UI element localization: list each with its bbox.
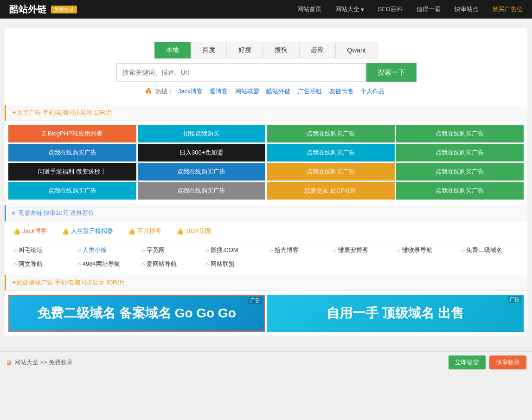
diamond-icon: ◇ xyxy=(13,247,17,253)
main-content: 本地 百度 好搜 搜狗 必应 Qwant 搜索一下 🔥 热搜： Jack博客 爱… xyxy=(5,28,527,336)
ad-grid: Z-BlogPHP轻应用列表招租点我购买点我在线购买广告点我在线购买广告点我在线… xyxy=(5,121,527,203)
link-anchor-7[interactable]: 免费二级域名 xyxy=(466,246,502,254)
footer-bar: 🖥 网站大全 >> 免费收录 立即提交 快审收录 xyxy=(0,351,532,373)
tab-bing[interactable]: 必应 xyxy=(299,42,335,58)
link-item-0: ◇叫毛论坛 xyxy=(10,244,74,256)
featured-link-anchor-1[interactable]: 人生重开模拟器 xyxy=(71,227,113,235)
link-anchor-3[interactable]: 影搜.COM xyxy=(211,246,238,254)
featured-link-anchor-3[interactable]: 1024乐园 xyxy=(186,227,211,235)
ad-cell-2[interactable]: 点我在线购买广告 xyxy=(267,125,395,142)
featured-link-anchor-0[interactable]: Jack博客 xyxy=(22,227,47,235)
site-logo: 酷站外链 xyxy=(9,3,46,16)
ad-cell-9[interactable]: 点我在线购买广告 xyxy=(138,163,266,181)
link-item-10: ◇爱网站导航 xyxy=(138,258,202,270)
diamond-icon: ◇ xyxy=(397,247,400,253)
nav-quickaudit[interactable]: 快审站点 xyxy=(455,5,479,13)
hot-link-6[interactable]: 个人作品 xyxy=(360,88,385,95)
thumb-icon: 👍 xyxy=(13,228,20,235)
hot-link-2[interactable]: 网站联盟 xyxy=(235,88,259,95)
link-item-6: ◇雏收录导航 xyxy=(394,244,458,256)
monitor-icon: 🖥 xyxy=(6,359,12,366)
header: 酷站外链 免费收录 网站首页 网站大全 ▾ SEO百科 值得一看 快审站点 购买… xyxy=(0,0,532,19)
banner-grid: 免费二级域名 备案域名 Go Go Go广告自用一手 顶级域名 出售广告 xyxy=(5,291,527,336)
hot-link-5[interactable]: 友链出售 xyxy=(329,88,353,95)
regular-links: ◇叫毛论坛◇人类小徐◇字觅网◇影搜.COM◇拾光博客◇雏辰安博客◇雏收录导航◇免… xyxy=(5,241,527,273)
banner-title: ✦此处横幅广告 手机/电脑同步显示 30R/月 xyxy=(5,275,527,291)
link-anchor-9[interactable]: 4984网址导航 xyxy=(83,260,120,268)
nav-seo[interactable]: SEO百科 xyxy=(378,5,403,13)
ad-cell-4[interactable]: 点我在线购买广告 xyxy=(8,144,136,162)
list-icon: ≡ xyxy=(12,210,15,217)
nav-buyadv[interactable]: 购买广告位 xyxy=(493,5,523,13)
search-bar: 搜索一下 xyxy=(14,63,518,82)
tab-sougou[interactable]: 搜狗 xyxy=(263,42,299,58)
hot-link-0[interactable]: Jack博客 xyxy=(178,88,203,95)
featured-link-1: 👍人生重开模拟器 xyxy=(59,225,116,237)
link-item-4: ◇拾光博客 xyxy=(266,244,330,256)
diamond-icon: ◇ xyxy=(141,261,145,267)
ad-cell-8[interactable]: 问道手游福利 微变送秒十 xyxy=(8,163,136,181)
hot-link-3[interactable]: 酷站外链 xyxy=(266,88,290,95)
ad-cell-14[interactable]: 恋爱交友 处CP社区 xyxy=(267,182,395,200)
link-anchor-4[interactable]: 拾光博客 xyxy=(275,246,299,254)
featured-link-2: 👍不凡博客 xyxy=(125,225,164,237)
ad-cell-12[interactable]: 点我在线购买广告 xyxy=(8,182,136,200)
ad-cell-10[interactable]: 点我在线购买广告 xyxy=(267,163,395,181)
tab-haosou[interactable]: 好搜 xyxy=(227,42,263,58)
ad-text-title: ✦文字广告 手机/电脑同步显示 10R/月 xyxy=(5,105,527,121)
link-item-2: ◇字觅网 xyxy=(138,244,202,256)
diamond-icon: ◇ xyxy=(205,261,209,267)
recommend-section: ≡ 无需友链 快审10元 送推荐位 👍Jack博客👍人生重开模拟器👍不凡博客👍1… xyxy=(5,205,527,273)
link-anchor-1[interactable]: 人类小徐 xyxy=(83,246,107,254)
search-tabs: 本地 百度 好搜 搜狗 必应 Qwant xyxy=(14,42,518,58)
ad-cell-5[interactable]: 日入300+免加盟 xyxy=(138,144,266,162)
banner-ad-0[interactable]: 免费二级域名 备案域名 Go Go Go广告 xyxy=(8,295,265,332)
ad-cell-7[interactable]: 点我在线购买广告 xyxy=(396,144,524,162)
ad-cell-11[interactable]: 点我在线购买广告 xyxy=(396,163,524,181)
tab-baidu[interactable]: 百度 xyxy=(191,42,227,58)
nav-home[interactable]: 网站首页 xyxy=(297,5,321,13)
ad-cell-6[interactable]: 点我在线购买广告 xyxy=(267,144,395,162)
ad-label: 广告 xyxy=(249,297,262,304)
tab-local[interactable]: 本地 xyxy=(154,42,191,58)
link-item-11: ◇网站联盟 xyxy=(202,258,266,270)
thumb-icon: 👍 xyxy=(128,228,135,235)
link-anchor-0[interactable]: 叫毛论坛 xyxy=(19,246,43,254)
nav-worth[interactable]: 值得一看 xyxy=(417,5,441,13)
link-anchor-5[interactable]: 雏辰安博客 xyxy=(338,246,368,254)
hot-link-4[interactable]: 广告招租 xyxy=(298,88,322,95)
ad-label: 广告 xyxy=(508,296,521,303)
submit-button[interactable]: 立即提交 xyxy=(449,355,486,369)
ad-cell-3[interactable]: 点我在线购买广告 xyxy=(396,125,524,142)
banner-section: ✦此处横幅广告 手机/电脑同步显示 30R/月 免费二级域名 备案域名 Go G… xyxy=(5,275,527,336)
recommend-title: ≡ 无需友链 快审10元 送推荐位 xyxy=(5,205,527,221)
featured-link-0: 👍Jack博客 xyxy=(10,225,50,237)
link-anchor-11[interactable]: 网站联盟 xyxy=(211,260,235,268)
diamond-icon: ◇ xyxy=(461,247,464,253)
diamond-icon: ◇ xyxy=(333,247,336,253)
search-section: 本地 百度 好搜 搜狗 必应 Qwant 搜索一下 🔥 热搜： Jack博客 爱… xyxy=(5,28,527,105)
diamond-icon: ◇ xyxy=(141,247,145,253)
featured-link-anchor-2[interactable]: 不凡博客 xyxy=(137,227,161,235)
hot-search: 🔥 热搜： Jack博客 爱博客 网站联盟 酷站外链 广告招租 友链出售 个人作… xyxy=(14,87,518,96)
link-item-5: ◇雏辰安博客 xyxy=(330,244,394,256)
ad-cell-1[interactable]: 招租点我购买 xyxy=(138,125,266,142)
nav-sites[interactable]: 网站大全 ▾ xyxy=(335,5,364,13)
link-anchor-6[interactable]: 雏收录导航 xyxy=(402,246,432,254)
ad-cell-13[interactable]: 点我在线购买广告 xyxy=(138,182,266,200)
diamond-icon: ◇ xyxy=(77,261,81,267)
thumb-icon: 👍 xyxy=(176,228,184,235)
link-anchor-8[interactable]: 阿文导航 xyxy=(19,260,43,268)
search-input[interactable] xyxy=(116,63,366,82)
ad-cell-0[interactable]: Z-BlogPHP轻应用列表 xyxy=(8,125,136,142)
link-anchor-10[interactable]: 爱网站导航 xyxy=(147,260,177,268)
quickaudit-button[interactable]: 快审收录 xyxy=(489,355,526,369)
featured-links: 👍Jack博客👍人生重开模拟器👍不凡博客👍1024乐园 xyxy=(5,221,527,241)
ad-cell-15[interactable]: 点我在线购买广告 xyxy=(396,182,524,200)
banner-ad-1[interactable]: 自用一手 顶级域名 出售广告 xyxy=(267,295,524,332)
link-anchor-2[interactable]: 字觅网 xyxy=(147,246,165,254)
tab-qwant[interactable]: Qwant xyxy=(335,42,377,58)
search-button[interactable]: 搜索一下 xyxy=(366,63,417,82)
hot-link-1[interactable]: 爱博客 xyxy=(210,88,228,95)
link-item-8: ◇阿文导航 xyxy=(10,258,74,270)
